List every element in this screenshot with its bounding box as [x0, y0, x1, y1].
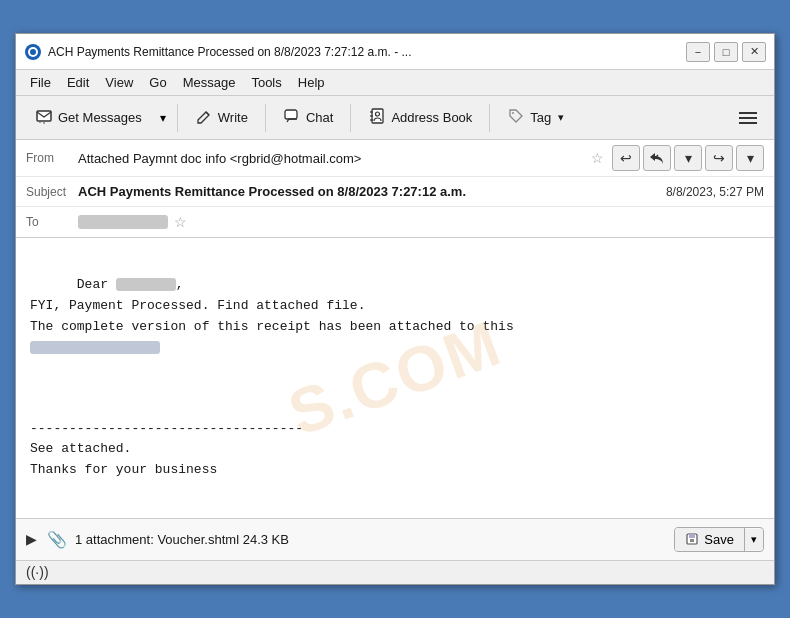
hamburger-line-1: [739, 112, 757, 114]
menu-go[interactable]: Go: [141, 73, 174, 92]
app-icon: [24, 43, 42, 61]
toolbar-separator-3: [350, 104, 351, 132]
to-row: To ☆: [16, 207, 774, 237]
save-attachment-button[interactable]: Save ▾: [674, 527, 764, 552]
email-header: From Attached Paymnt doc info <rgbrid@ho…: [16, 140, 774, 238]
email-date: 8/8/2023, 5:27 PM: [666, 185, 764, 199]
get-messages-icon: [35, 107, 53, 129]
save-icon: [685, 532, 699, 546]
forward-dropdown[interactable]: ▾: [736, 145, 764, 171]
menu-file[interactable]: File: [22, 73, 59, 92]
attachment-clip-icon: 📎: [47, 530, 67, 549]
email-actions: ↩ ▾ ↪ ▾: [612, 145, 764, 171]
subject-label: Subject: [26, 185, 78, 199]
hamburger-line-2: [739, 117, 757, 119]
wifi-icon: ((·)): [26, 564, 49, 580]
svg-rect-13: [690, 539, 694, 542]
tag-icon: [507, 107, 525, 129]
window-controls: − □ ✕: [686, 42, 766, 62]
recipient-name-blurred: [116, 278, 176, 291]
menu-view[interactable]: View: [97, 73, 141, 92]
body-line5: Thanks for your business: [30, 462, 217, 477]
from-star-icon[interactable]: ☆: [591, 150, 604, 166]
minimize-button[interactable]: −: [686, 42, 710, 62]
get-messages-dropdown[interactable]: ▾: [155, 101, 171, 135]
tag-dropdown-icon: ▾: [558, 111, 564, 124]
email-body: S.COM Dear , FYI, Payment Processed. Fin…: [16, 238, 774, 518]
get-messages-button[interactable]: Get Messages: [24, 101, 153, 135]
from-label: From: [26, 151, 78, 165]
address-book-icon: [368, 107, 386, 129]
save-dropdown-icon: ▾: [751, 533, 757, 546]
title-bar: ACH Payments Remittance Processed on 8/8…: [16, 34, 774, 70]
body-blurred-1: [30, 341, 160, 354]
window-title: ACH Payments Remittance Processed on 8/8…: [48, 45, 678, 59]
chat-label: Chat: [306, 110, 333, 125]
to-star-icon[interactable]: ☆: [174, 214, 187, 230]
maximize-button[interactable]: □: [714, 42, 738, 62]
get-messages-label: Get Messages: [58, 110, 142, 125]
menu-edit[interactable]: Edit: [59, 73, 97, 92]
to-label: To: [26, 215, 78, 229]
svg-rect-3: [37, 111, 51, 121]
svg-rect-12: [689, 534, 695, 538]
toolbar-separator-1: [177, 104, 178, 132]
address-book-label: Address Book: [391, 110, 472, 125]
toolbar: Get Messages ▾ Write Chat: [16, 96, 774, 140]
body-separator: -----------------------------------: [30, 421, 303, 436]
attachment-expand-button[interactable]: ▶: [26, 531, 37, 547]
save-main[interactable]: Save: [675, 528, 745, 551]
attachment-bar: ▶ 📎 1 attachment: Voucher.shtml 24.3 KB …: [16, 518, 774, 560]
save-label: Save: [704, 532, 734, 547]
main-window: ACH Payments Remittance Processed on 8/8…: [15, 33, 775, 585]
toolbar-separator-2: [265, 104, 266, 132]
subject-row: Subject ACH Payments Remittance Processe…: [16, 177, 774, 207]
status-bar: ((·)): [16, 560, 774, 584]
subject-value: ACH Payments Remittance Processed on 8/8…: [78, 184, 654, 199]
address-book-button[interactable]: Address Book: [357, 101, 483, 135]
body-greeting: Dear: [77, 277, 116, 292]
save-dropdown[interactable]: ▾: [745, 529, 763, 550]
svg-rect-4: [285, 110, 297, 119]
write-button[interactable]: Write: [184, 101, 259, 135]
attachment-size: 24.3 KB: [243, 532, 289, 547]
reply-all-button[interactable]: [643, 145, 671, 171]
menu-help[interactable]: Help: [290, 73, 333, 92]
hamburger-button[interactable]: [730, 101, 766, 135]
reply-dropdown[interactable]: ▾: [674, 145, 702, 171]
svg-point-2: [30, 49, 36, 55]
body-line4: See attached.: [30, 441, 131, 456]
toolbar-separator-4: [489, 104, 490, 132]
reply-button[interactable]: ↩: [612, 145, 640, 171]
body-line2: FYI, Payment Processed. Find attached fi…: [30, 298, 365, 313]
write-icon: [195, 107, 213, 129]
chat-icon: [283, 107, 301, 129]
from-row: From Attached Paymnt doc info <rgbrid@ho…: [16, 140, 774, 177]
from-value: Attached Paymnt doc info <rgbrid@hotmail…: [78, 151, 585, 166]
forward-button[interactable]: ↪: [705, 145, 733, 171]
attachment-text: 1 attachment: Voucher.shtml 24.3 KB: [75, 532, 666, 547]
attachment-name: 1 attachment: Voucher.shtml: [75, 532, 239, 547]
menu-tools[interactable]: Tools: [243, 73, 289, 92]
body-line3: The complete version of this receipt has…: [30, 319, 514, 334]
tag-label: Tag: [530, 110, 551, 125]
menu-bar: File Edit View Go Message Tools Help: [16, 70, 774, 96]
chat-button[interactable]: Chat: [272, 101, 344, 135]
svg-point-10: [512, 112, 514, 114]
write-label: Write: [218, 110, 248, 125]
tag-button[interactable]: Tag ▾: [496, 101, 575, 135]
to-value-blurred: [78, 215, 168, 229]
hamburger-line-3: [739, 122, 757, 124]
menu-message[interactable]: Message: [175, 73, 244, 92]
email-body-text: Dear , FYI, Payment Processed. Find atta…: [30, 254, 760, 502]
close-button[interactable]: ✕: [742, 42, 766, 62]
